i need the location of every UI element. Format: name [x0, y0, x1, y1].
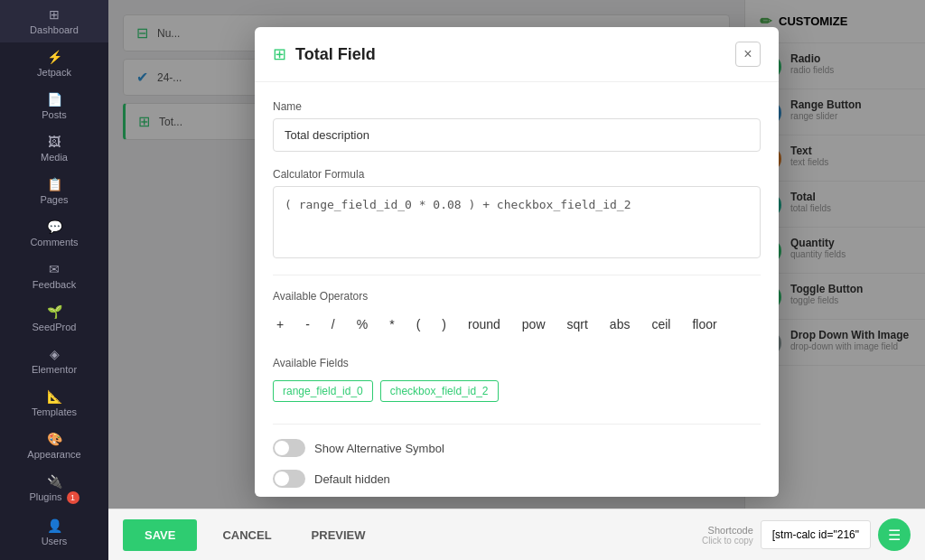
toggles-divider: [273, 424, 761, 425]
fab-button[interactable]: ☰: [878, 518, 911, 551]
op-sqrt[interactable]: sqrt: [564, 315, 592, 333]
op-abs[interactable]: abs: [606, 315, 634, 333]
sidebar-label-media: Media: [41, 152, 68, 163]
name-input[interactable]: [273, 118, 761, 152]
default-hidden-row: Default hidden: [273, 470, 761, 488]
modal-close-button[interactable]: ×: [735, 42, 761, 67]
save-button[interactable]: SAVE: [123, 519, 197, 551]
sidebar: ⊞ Dashboard ⚡ Jetpack 📄 Posts 🖼 Media 📋 …: [0, 0, 108, 560]
plugins-icon: 🔌: [47, 474, 62, 489]
fields-group: Available Fields range_field_id_0 checkb…: [273, 357, 761, 407]
bottom-bar: SAVE CANCEL PREVIEW Shortcode Click to c…: [108, 509, 925, 560]
op-minus[interactable]: -: [302, 315, 313, 333]
op-plus[interactable]: +: [273, 315, 287, 333]
field-tag-range[interactable]: range_field_id_0: [273, 380, 373, 402]
sidebar-label-plugins: Plugins 1: [29, 491, 79, 504]
elementor-icon: ◈: [50, 347, 60, 361]
show-alt-label: Show Alternative Symbol: [314, 442, 444, 455]
sidebar-item-jetpack[interactable]: ⚡ Jetpack: [0, 42, 108, 85]
sidebar-item-dashboard[interactable]: ⊞ Dashboard: [0, 0, 108, 42]
shortcode-label: Shortcode Click to copy: [702, 525, 753, 546]
sidebar-item-plugins[interactable]: 🔌 Plugins 1: [0, 467, 108, 511]
modal-header: ⊞ Total Field ×: [255, 27, 779, 82]
sidebar-item-comments[interactable]: 💬 Comments: [0, 212, 108, 255]
fields-label: Available Fields: [273, 357, 761, 369]
op-round[interactable]: round: [464, 315, 504, 333]
appearance-icon: 🎨: [47, 432, 62, 446]
sidebar-item-pages[interactable]: 📋 Pages: [0, 170, 108, 212]
modal-body: Name Calculator Formula ( range_field_id…: [255, 82, 779, 497]
operators-row: + - / % * ( ) round pow sqrt abs ceil: [273, 308, 761, 341]
op-divide[interactable]: /: [328, 315, 339, 333]
op-close-paren[interactable]: ): [438, 315, 450, 333]
sidebar-item-feedback[interactable]: ✉ Feedback: [0, 255, 108, 297]
shortcode-area: Shortcode Click to copy [stm-calc id="21…: [702, 518, 911, 551]
operators-label: Available Operators: [273, 290, 761, 303]
sidebar-label-posts: Posts: [42, 109, 67, 120]
comments-icon: 💬: [47, 219, 62, 234]
formula-label: Calculator Formula: [273, 168, 761, 181]
sidebar-label-users: Users: [42, 536, 68, 546]
sidebar-item-elementor[interactable]: ◈ Elementor: [0, 340, 108, 382]
name-label: Name: [273, 100, 761, 113]
content-area: ⊟ Nu... ✔ 24-... ⊞ Tot... ✏ CUSTOMIZE ● …: [108, 0, 925, 509]
jetpack-icon: ⚡: [47, 50, 62, 64]
sidebar-label-dashboard: Dashboard: [30, 24, 79, 35]
sidebar-item-posts[interactable]: 📄 Posts: [0, 85, 108, 127]
sidebar-label-seedprod: SeedProd: [33, 322, 77, 332]
total-field-modal: ⊞ Total Field × Name Calculator Formula …: [255, 27, 779, 497]
formula-box[interactable]: ( range_field_id_0 * 0.08 ) + checkbox_f…: [273, 186, 761, 258]
users-icon: 👤: [47, 518, 62, 533]
sidebar-item-media[interactable]: 🖼 Media: [0, 127, 108, 170]
op-pow[interactable]: pow: [519, 315, 549, 333]
show-alt-toggle[interactable]: [273, 439, 305, 457]
op-open-paren[interactable]: (: [413, 315, 425, 333]
preview-button[interactable]: PREVIEW: [297, 519, 380, 551]
templates-icon: 📐: [47, 389, 62, 404]
default-hidden-label: Default hidden: [314, 472, 390, 486]
sidebar-label-appearance: Appearance: [27, 449, 80, 460]
sidebar-item-seedprod[interactable]: 🌱 SeedProd: [0, 297, 108, 340]
shortcode-value[interactable]: [stm-calc id="216": [761, 520, 871, 549]
sidebar-label-templates: Templates: [32, 406, 77, 417]
cancel-button[interactable]: CANCEL: [208, 519, 285, 551]
show-alt-row: Show Alternative Symbol: [273, 439, 761, 457]
sidebar-item-templates[interactable]: 📐 Templates: [0, 382, 108, 425]
sidebar-label-jetpack: Jetpack: [37, 67, 71, 78]
operators-group: Available Operators + - / % * ( ) round …: [273, 290, 761, 341]
name-group: Name: [273, 100, 761, 152]
plugins-badge: 1: [67, 491, 79, 504]
op-modulo[interactable]: %: [353, 315, 371, 333]
sidebar-item-tools[interactable]: 🔧 Tools: [0, 554, 108, 560]
formula-group: Calculator Formula ( range_field_id_0 * …: [273, 168, 761, 258]
field-tag-checkbox[interactable]: checkbox_field_id_2: [380, 380, 499, 402]
sidebar-label-elementor: Elementor: [32, 364, 77, 375]
sidebar-label-comments: Comments: [30, 237, 78, 247]
modal-header-icon: ⊞: [273, 44, 286, 64]
sidebar-item-users[interactable]: 👤 Users: [0, 511, 108, 554]
op-floor[interactable]: floor: [688, 315, 720, 333]
seedprod-icon: 🌱: [47, 304, 62, 319]
dashboard-icon: ⊞: [49, 7, 60, 22]
sidebar-label-feedback: Feedback: [33, 279, 76, 290]
op-ceil[interactable]: ceil: [648, 315, 674, 333]
pages-icon: 📋: [47, 177, 62, 191]
sidebar-item-appearance[interactable]: 🎨 Appearance: [0, 425, 108, 467]
posts-icon: 📄: [47, 92, 62, 107]
main-content: ⊟ Nu... ✔ 24-... ⊞ Tot... ✏ CUSTOMIZE ● …: [108, 0, 925, 560]
modal-overlay: ⊞ Total Field × Name Calculator Formula …: [108, 0, 925, 509]
modal-title: Total Field: [295, 45, 376, 64]
default-hidden-toggle[interactable]: [273, 470, 305, 488]
available-fields: range_field_id_0 checkbox_field_id_2: [273, 375, 761, 407]
operators-divider: [273, 275, 761, 275]
feedback-icon: ✉: [49, 262, 60, 276]
op-multiply[interactable]: *: [386, 315, 397, 333]
media-icon: 🖼: [48, 135, 61, 149]
sidebar-label-pages: Pages: [40, 194, 68, 205]
